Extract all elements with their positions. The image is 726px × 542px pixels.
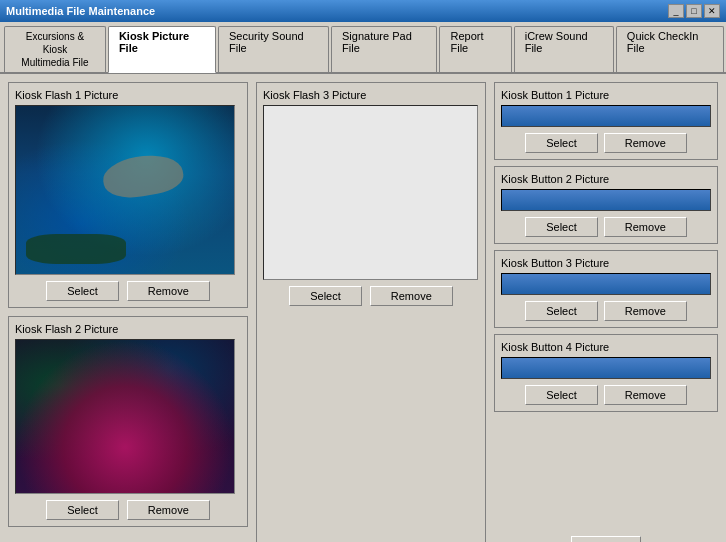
button2-blue-bar <box>501 189 711 211</box>
close-button[interactable]: Close <box>571 536 641 542</box>
button1-label: Kiosk Button 1 Picture <box>501 89 711 101</box>
button2-label: Kiosk Button 2 Picture <box>501 173 711 185</box>
button3-select-button[interactable]: Select <box>525 301 598 321</box>
tab-security-sound[interactable]: Security Sound File <box>218 26 329 72</box>
flash3-remove-button[interactable]: Remove <box>370 286 453 306</box>
tab-signature-pad[interactable]: Signature Pad File <box>331 26 437 72</box>
title-text: Multimedia File Maintenance <box>6 5 155 17</box>
tab-quick-checkin[interactable]: Quick CheckIn File <box>616 26 724 72</box>
button4-remove-button[interactable]: Remove <box>604 385 687 405</box>
button1-section: Kiosk Button 1 Picture Select Remove <box>494 82 718 160</box>
flash1-select-button[interactable]: Select <box>46 281 119 301</box>
button4-blue-bar <box>501 357 711 379</box>
flash2-section: Kiosk Flash 2 Picture Select Remove <box>8 316 248 527</box>
close-button-row: Close <box>494 528 718 542</box>
flash2-image-box <box>15 339 235 494</box>
button4-label: Kiosk Button 4 Picture <box>501 341 711 353</box>
flash1-section: Kiosk Flash 1 Picture Select Remove <box>8 82 248 308</box>
button1-select-button[interactable]: Select <box>525 133 598 153</box>
flash2-remove-button[interactable]: Remove <box>127 500 210 520</box>
button1-blue-bar <box>501 105 711 127</box>
flash3-image-box <box>263 105 478 280</box>
maximize-button[interactable]: □ <box>686 4 702 18</box>
flash1-image-box <box>15 105 235 275</box>
button4-section: Kiosk Button 4 Picture Select Remove <box>494 334 718 412</box>
tab-icrew-sound[interactable]: iCrew Sound File <box>514 26 614 72</box>
flash1-label: Kiosk Flash 1 Picture <box>15 89 241 101</box>
main-content: Kiosk Flash 1 Picture Select Remove Kios… <box>0 74 726 542</box>
button2-remove-button[interactable]: Remove <box>604 217 687 237</box>
flash1-remove-button[interactable]: Remove <box>127 281 210 301</box>
flash3-select-button[interactable]: Select <box>289 286 362 306</box>
flash1-image <box>16 106 234 274</box>
minimize-button[interactable]: _ <box>668 4 684 18</box>
tab-excursions[interactable]: Excursions & KioskMultimedia File <box>4 26 106 72</box>
button2-section: Kiosk Button 2 Picture Select Remove <box>494 166 718 244</box>
flash2-label: Kiosk Flash 2 Picture <box>15 323 241 335</box>
flash3-label: Kiosk Flash 3 Picture <box>263 89 479 101</box>
button3-section: Kiosk Button 3 Picture Select Remove <box>494 250 718 328</box>
right-panel: Kiosk Button 1 Picture Select Remove Kio… <box>494 82 718 542</box>
button3-remove-button[interactable]: Remove <box>604 301 687 321</box>
close-window-button[interactable]: ✕ <box>704 4 720 18</box>
button1-remove-button[interactable]: Remove <box>604 133 687 153</box>
button3-blue-bar <box>501 273 711 295</box>
flash2-image <box>16 340 234 493</box>
tab-report-file[interactable]: Report File <box>439 26 511 72</box>
title-bar: Multimedia File Maintenance _ □ ✕ <box>0 0 726 22</box>
button4-select-button[interactable]: Select <box>525 385 598 405</box>
tab-bar: Excursions & KioskMultimedia File Kiosk … <box>0 22 726 74</box>
button2-select-button[interactable]: Select <box>525 217 598 237</box>
button3-label: Kiosk Button 3 Picture <box>501 257 711 269</box>
flash2-select-button[interactable]: Select <box>46 500 119 520</box>
middle-panel: Kiosk Flash 3 Picture Select Remove <box>256 82 486 542</box>
flash3-section: Kiosk Flash 3 Picture Select Remove <box>256 82 486 542</box>
tab-kiosk-picture[interactable]: Kiosk Picture File <box>108 26 216 73</box>
left-panel: Kiosk Flash 1 Picture Select Remove Kios… <box>8 82 248 542</box>
